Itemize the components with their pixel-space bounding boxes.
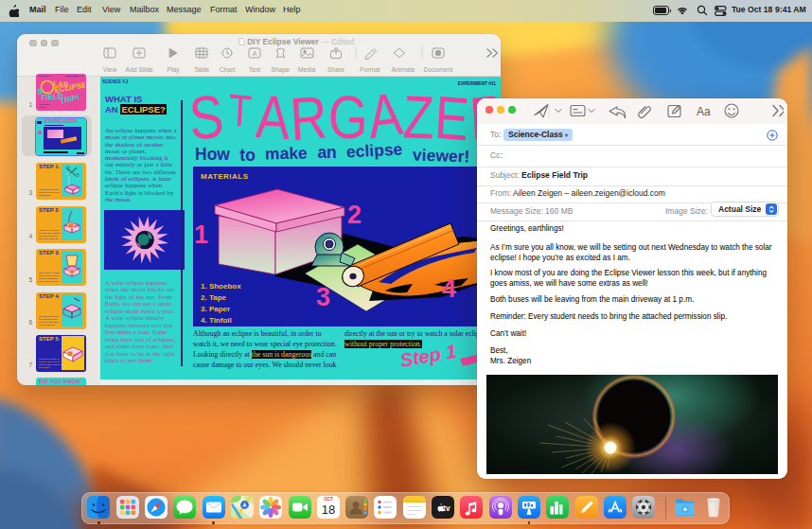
svg-text:1: 1	[194, 220, 208, 249]
svg-text:1. Shoebox: 1. Shoebox	[201, 282, 241, 291]
svg-text:2. Tape: 2. Tape	[201, 293, 227, 302]
svg-text:Animate: Animate	[392, 66, 415, 73]
svg-text:4: 4	[442, 274, 456, 303]
svg-text:Table: Table	[194, 66, 209, 73]
svg-text:3: 3	[316, 283, 330, 311]
svg-text:4. Tinfoil: 4. Tinfoil	[201, 316, 232, 325]
svg-text:3. Paper: 3. Paper	[201, 305, 230, 313]
svg-text:OCT: OCT	[324, 497, 333, 502]
svg-text:18: 18	[322, 503, 335, 517]
svg-text:Share: Share	[327, 66, 344, 73]
svg-text:MATERIALS: MATERIALS	[201, 172, 249, 181]
svg-text:2: 2	[347, 201, 362, 229]
svg-text:tv: tv	[443, 504, 450, 513]
svg-text:Chart: Chart	[220, 66, 236, 73]
svg-text:Media: Media	[298, 66, 316, 73]
svg-text:Aa: Aa	[697, 105, 711, 118]
svg-text:Shape: Shape	[271, 66, 290, 74]
svg-text:Document: Document	[424, 66, 453, 73]
svg-text:A: A	[253, 50, 257, 57]
svg-text:Play: Play	[167, 66, 180, 74]
svg-text:View: View	[103, 66, 117, 73]
svg-text:Text: Text	[249, 66, 261, 73]
svg-text:Format: Format	[360, 66, 380, 73]
svg-text:Add Slide: Add Slide	[125, 66, 152, 73]
